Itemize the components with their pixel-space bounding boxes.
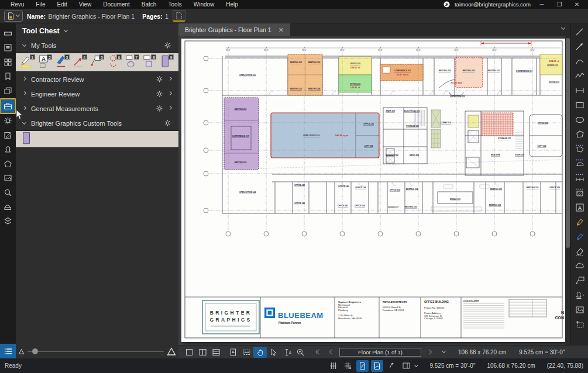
file-access-panel-icon[interactable] [0,41,16,56]
gear-icon[interactable] [164,42,171,49]
hatch-tool-icon[interactable] [572,185,587,200]
zoom-tool-icon[interactable] [294,347,307,358]
sets-panel-icon[interactable] [0,214,16,229]
single-page-view-icon[interactable] [183,347,196,358]
pen-tool-icon[interactable] [572,229,587,244]
eraser-tool-icon[interactable] [572,244,587,258]
cloud-tool-icon[interactable] [572,258,587,273]
account-email[interactable]: taimoor@brightergraphics.com [455,1,531,8]
fit-page-icon[interactable] [226,347,240,358]
markup-storage-hatch[interactable] [482,113,513,136]
document-canvas[interactable]: 30'-0"30'-0"30'-0"30'-0"30'-0"30'-0"30'-… [178,36,570,345]
chevron-right-icon[interactable] [168,105,172,109]
sync-views-icon[interactable] [400,360,412,372]
grid-toggle-icon[interactable] [327,360,339,372]
menu-batch[interactable]: Batch [136,0,163,9]
select-tool-icon[interactable] [267,347,280,358]
drawing-page[interactable]: 30'-0"30'-0"30'-0"30'-0"30'-0"30'-0"30'-… [181,39,566,342]
menu-help[interactable]: Help [220,0,244,9]
menu-file[interactable]: File [30,0,51,9]
vertical-scrollbar[interactable] [565,36,570,345]
thumbnails-panel-icon[interactable] [0,55,16,70]
highlight-tool-icon[interactable] [572,215,587,229]
media-panel-icon[interactable] [0,171,16,186]
markups-list-toggle[interactable] [0,344,16,358]
callout-tool-icon[interactable] [572,273,587,288]
tool-pen[interactable]: 3 [54,54,70,71]
snapshot-tool-icon[interactable] [572,317,587,331]
menu-document[interactable]: Document [97,0,136,9]
stamp-panel-icon[interactable] [0,143,16,157]
arc-tool-icon[interactable] [572,54,587,68]
icon-size-slider[interactable] [18,346,176,357]
tab-close-icon[interactable]: ✕ [278,27,284,33]
statusbar-chevron-icon[interactable] [414,362,418,367]
dimension-tool-icon[interactable] [572,83,587,98]
slider-handle[interactable] [32,348,38,354]
arrow-tool-icon[interactable] [572,39,587,54]
length-measure-tool-icon[interactable] [572,171,587,185]
tool-chest-panel-icon[interactable] [1,99,15,113]
measurements-panel-icon[interactable] [0,26,16,41]
studio-panel-icon[interactable] [0,200,16,215]
markups-panel-icon[interactable] [0,128,16,143]
side-by-side-view-icon[interactable] [196,347,209,358]
gear-icon[interactable] [156,105,163,112]
gear-icon[interactable] [156,75,163,83]
select-text-icon[interactable]: A [280,347,294,358]
tab-list-chevron-icon[interactable] [561,26,565,30]
page-template-button[interactable] [173,10,185,22]
page-indicator[interactable]: Floor Plan (1 of 1) [339,348,421,357]
menu-revu[interactable]: Revu [5,0,30,9]
pan-tool-icon[interactable] [253,347,267,358]
tool-highlighter[interactable]: 1 [20,54,36,71]
reuse-tool-icon[interactable] [386,360,398,372]
line-tool-icon[interactable] [572,25,587,39]
tool-custom-space[interactable]: 9 [159,54,174,71]
first-page-icon[interactable] [311,347,324,358]
tool-text-box[interactable]: A2 [37,54,53,71]
section-engineer-review[interactable]: Engineer Review [16,87,178,101]
tool-purple-space[interactable] [20,131,36,147]
close-button[interactable]: ✕ [570,0,583,9]
section-my-tools[interactable]: My Tools [16,38,178,53]
minimize-button[interactable]: ─ [535,0,548,9]
text-tool-icon[interactable]: A [572,200,587,215]
rectangle-tool-icon[interactable] [572,98,587,112]
chevron-right-icon[interactable] [168,91,172,95]
chevron-right-icon[interactable] [168,76,172,80]
scrollbar-thumb[interactable] [566,38,570,248]
fit-width-icon[interactable] [240,347,253,358]
document-selector[interactable] [4,11,23,22]
polyline-tool-icon[interactable] [572,68,587,83]
section-general-measurements[interactable]: General Measurements [16,101,178,116]
polygon-tool-icon[interactable] [572,127,587,141]
properties-panel-icon[interactable] [0,114,16,129]
markup-shaft-yellow[interactable] [468,115,479,127]
restore-button[interactable]: ❐ [553,0,566,9]
image-tool-icon[interactable] [572,302,587,317]
markup-open-office-224[interactable] [271,113,379,158]
tool-arrow[interactable]: 4 [72,54,88,71]
section-contractor-review[interactable]: Contractor Review [16,72,178,87]
menu-tools[interactable]: Tools [162,0,187,9]
panel-header[interactable]: Tool Chest [16,23,178,38]
navbar-chevron-icon[interactable] [442,349,446,353]
tool-cloud[interactable]: 6 [106,54,122,71]
gear-icon[interactable] [164,119,171,127]
snap-markups-icon[interactable] [371,360,383,372]
gear-icon[interactable] [156,90,163,98]
continuous-view-icon[interactable] [209,347,223,358]
snap-content-icon[interactable] [356,360,369,372]
stamp-tool-icon[interactable] [572,288,587,302]
perimeter-measure-tool-icon[interactable] [572,156,587,171]
search-panel-icon[interactable] [0,185,16,200]
section-custom-tools[interactable]: Brighter Graphics Custom Tools [16,116,178,130]
menu-window[interactable]: Window [188,0,221,9]
tab-floor-plan[interactable]: Brighter Graphics - Floor Plan 1 ✕ [178,23,290,36]
area-measure-tool-icon[interactable] [572,141,587,156]
tool-rectangle[interactable]: 8 [142,54,157,71]
next-page-icon[interactable] [423,347,436,358]
menu-edit[interactable]: Edit [51,0,73,9]
spaces-panel-icon[interactable] [0,157,16,171]
